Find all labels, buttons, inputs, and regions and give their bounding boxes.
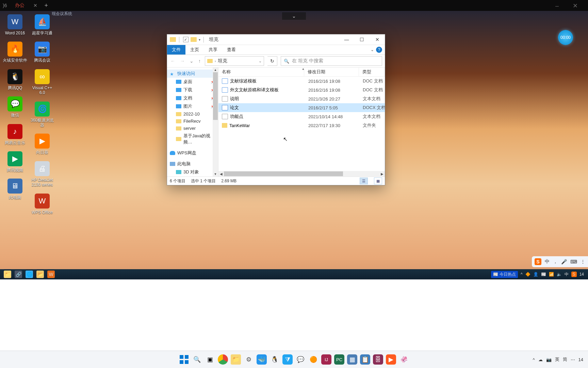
header-date[interactable]: 修改日期 (304, 67, 359, 76)
nav-3d-objects[interactable]: 3D 对象 (167, 168, 218, 176)
vscode-icon[interactable]: ⧩ (282, 354, 293, 365)
desktop-shortcut[interactable]: 💬微信 (3, 96, 27, 118)
taskview-icon[interactable]: ▣ (205, 354, 215, 365)
nav-desktop[interactable]: 桌面📌 (167, 78, 218, 86)
address-dropdown-icon[interactable]: ⌄ (259, 59, 262, 63)
news-hot-button[interactable]: 📰 今日热点 (491, 271, 518, 278)
desktop-shortcut[interactable]: ▶向日葵 (30, 134, 54, 155)
file-row[interactable]: 论文2016/2/17 5:05DOCX 文档 (218, 103, 385, 112)
virtual-desktop-tab[interactable]: 办公 (11, 1, 29, 10)
close-tab-icon[interactable]: ✕ (33, 3, 37, 8)
nav-pictures[interactable]: 图片📌 (167, 102, 218, 110)
file-row[interactable]: 功能点2021/10/14 14:48文本文档 (218, 112, 385, 121)
ime-zhong[interactable]: 中 (545, 259, 550, 265)
desktop-shortcut[interactable]: ∞Visual C++ 6.0 (30, 69, 54, 95)
app-icon[interactable]: 📋 (360, 354, 370, 365)
desktop-shortcut[interactable]: ♪网易云音乐 (3, 124, 27, 145)
desktop-shortcut[interactable]: 🐧腾讯QQ (3, 69, 27, 90)
details-view-button[interactable]: ☰ (360, 178, 368, 184)
icons-view-button[interactable]: ▦ (374, 178, 382, 184)
qat-dropdown-icon[interactable]: ▾ (199, 38, 200, 42)
desktop-shortcut[interactable]: 🖥此电脑 (3, 179, 27, 200)
scroll-right-icon[interactable]: ▶ (379, 171, 385, 177)
nav-recent-icon[interactable]: ⌄ (189, 58, 194, 64)
tray-icon[interactable]: 📰 (541, 272, 546, 277)
tab-share[interactable]: 共享 (204, 45, 222, 55)
explorer-icon[interactable]: 📁 (231, 354, 241, 365)
timer-badge[interactable]: 00:00 (558, 30, 573, 45)
nav-folder[interactable]: FileRecv (167, 118, 218, 125)
app-icon[interactable]: 🦑 (399, 354, 409, 365)
app-icon[interactable]: ▶ (386, 354, 396, 365)
file-row[interactable]: 外文文献原稿和译文模板2016/2/16 19:08DOC 文档 (218, 86, 385, 94)
wechat-icon[interactable]: 💬 (295, 354, 306, 365)
nav-documents[interactable]: 文档📌 (167, 94, 218, 102)
ime-punct[interactable]: ， (553, 259, 558, 265)
nav-scrollbar[interactable]: ▲ ▼ (213, 67, 218, 177)
desktop-shortcut[interactable]: WWord 2016 (3, 14, 27, 35)
tray-up-icon[interactable]: ^ (533, 357, 535, 362)
microphone-icon[interactable]: 🎤 (561, 259, 567, 264)
close-button[interactable]: ✕ (370, 34, 385, 45)
ime-bar[interactable]: S 中 ， 🎤 ⌨ ⋮ (532, 256, 588, 267)
tray-lang[interactable]: 中 (565, 272, 569, 277)
file-row[interactable]: TanKeWar2022/7/17 19:30文件夹 (218, 121, 385, 130)
desktop-shortcut[interactable]: 🔥火绒安全软件 (3, 42, 27, 63)
tab-home[interactable]: 主页 (185, 45, 204, 55)
nav-back-icon[interactable]: ← (170, 58, 176, 64)
h-scrollbar[interactable]: ◀ ▶ (218, 171, 385, 177)
desktop-shortcut[interactable]: 🌀360极速浏览器 (30, 102, 54, 128)
explorer-task-icon[interactable]: 📁 (4, 271, 11, 278)
postman-icon[interactable]: 🟠 (308, 354, 318, 365)
desktop-shortcut[interactable]: ⛵超星学习通 (30, 14, 54, 35)
task-icon[interactable]: 📂 (36, 271, 44, 278)
inner-taskbar[interactable]: 📁 🔗 🌐 📂 W 📰 今日热点 ^ 🔶 👤 📰 📶 🔈 中 S 14 (0, 269, 588, 279)
keyboard-icon[interactable]: ⌨ (570, 259, 577, 264)
window-min-max-close[interactable]: – ✕ (555, 2, 584, 10)
tray-icon[interactable]: 👤 (533, 272, 538, 277)
qat-checkbox[interactable]: ✓ (183, 37, 189, 42)
nav-wps[interactable]: WPS网盘 (167, 149, 218, 157)
wifi-icon[interactable]: 📶 (549, 272, 554, 277)
refresh-button[interactable]: ↻ (267, 56, 277, 66)
sogou-tray-icon[interactable]: S (571, 272, 577, 277)
file-row[interactable]: 文献综述模板2016/2/16 19:08DOC 文档 (218, 77, 385, 86)
desktop-shortcut[interactable]: 🖨HP DeskJet 2130 series (30, 161, 54, 187)
header-type[interactable]: 类型 (359, 67, 385, 76)
nav-up-icon[interactable]: ↑ (198, 58, 201, 64)
nav-quick-access[interactable]: ★快速访问 (167, 70, 218, 78)
nav-forward-icon[interactable]: → (179, 58, 185, 64)
navigation-pane[interactable]: ★快速访问 桌面📌 下载📌 文档📌 图片📌 2022-10 FileRecv s… (167, 67, 218, 177)
sogou-logo-icon[interactable]: S (535, 258, 541, 265)
help-icon[interactable]: ? (376, 47, 382, 53)
search-box[interactable]: 🔍 在 坦克 中搜索 (281, 56, 382, 66)
app-icon[interactable]: ▦ (347, 354, 357, 365)
panel-collapse-button[interactable]: ⌄ (282, 12, 306, 20)
nav-this-pc[interactable]: 此电脑 (167, 160, 218, 168)
ime-chip[interactable]: 简 (563, 356, 567, 363)
file-row[interactable]: 说明2021/3/26 20:27文本文档 (218, 94, 385, 103)
scroll-thumb[interactable] (224, 171, 343, 176)
task-icon[interactable]: 🌐 (26, 271, 33, 278)
wps-task-icon[interactable]: W (47, 271, 55, 278)
search-icon[interactable]: 🔍 (192, 354, 202, 365)
docker-icon[interactable]: 🐳 (257, 354, 267, 365)
outer-taskbar[interactable]: 🔍 ▣ 📁 ⚙ 🐳 🐧 ⧩ 💬 🟠 IJ PC ▦ 📋 🗄 ▶ 🦑 ^ ☁ 📷 … (0, 351, 588, 368)
tab-file[interactable]: 文件 (167, 45, 185, 55)
app-icon[interactable]: 🗄 (373, 354, 383, 365)
scroll-up-icon[interactable]: ▲ (213, 67, 218, 72)
add-desktop-button[interactable]: + (44, 2, 48, 9)
start-button[interactable] (179, 354, 189, 365)
ribbon-collapse-icon[interactable]: ⌄ (371, 47, 374, 52)
desktop-shortcut[interactable]: ▶腾讯视频 (3, 151, 27, 172)
titlebar[interactable]: │ ✓ ▾ │ 坦克 — ☐ ✕ (167, 34, 385, 45)
volume-icon[interactable]: 🔈 (557, 272, 562, 277)
desktop-shortcut[interactable]: WWPS Office (30, 194, 54, 215)
scroll-down-icon[interactable]: ▼ (213, 172, 218, 177)
address-bar[interactable]: › 坦克 ⌄ (205, 56, 264, 66)
header-name[interactable]: 名称 (218, 67, 304, 76)
nav-downloads[interactable]: 下载📌 (167, 86, 218, 94)
onedrive-icon[interactable]: ☁ (538, 357, 543, 362)
tab-view[interactable]: 查看 (222, 45, 241, 55)
qq-icon[interactable]: 🐧 (270, 354, 280, 365)
